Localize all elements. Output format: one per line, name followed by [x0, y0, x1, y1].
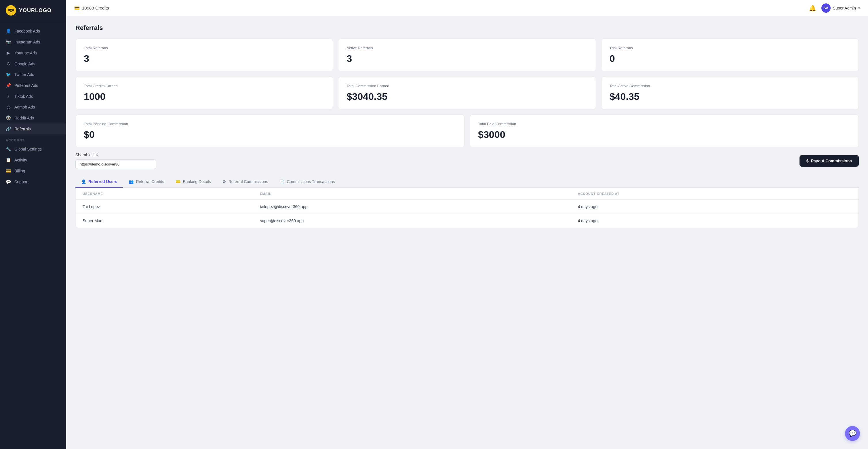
sharable-link-input[interactable]	[75, 159, 156, 169]
sidebar-item-label: Referrals	[14, 127, 31, 131]
sidebar-item-reddit-ads[interactable]: 👽 Reddit Ads	[0, 113, 66, 123]
sidebar-item-global-settings[interactable]: 🔧 Global Settings	[0, 144, 66, 155]
referred-users-table: USERNAME EMAIL ACCOUNT CREATED AT Tai Lo…	[76, 188, 859, 228]
stats-row-1: Total Referrals 3 Active Referrals 3 Tri…	[75, 38, 859, 71]
logo-text: YOURLOGO	[19, 7, 52, 13]
stat-label: Total Credits Earned	[84, 84, 324, 88]
stat-label: Trial Referrals	[610, 46, 850, 50]
sidebar-item-activity[interactable]: 📋 Activity	[0, 155, 66, 166]
sidebar-item-pinterest-ads[interactable]: 📌 Pinterest Ads	[0, 80, 66, 91]
stat-card-paid-commission: Total Paid Commission $3000	[470, 115, 859, 147]
stat-value: 3	[346, 53, 587, 64]
logo-icon: 😎	[6, 5, 16, 16]
stat-value: $0	[84, 129, 456, 140]
sidebar-item-label: Billing	[14, 169, 25, 173]
sidebar-item-facebook-ads[interactable]: 👤 Facebook Ads	[0, 26, 66, 36]
facebook-ads-icon: 👤	[6, 29, 11, 34]
link-left: Sharable link	[75, 153, 156, 169]
cell-account-created-at: 4 days ago	[571, 200, 859, 214]
cell-account-created-at: 4 days ago	[571, 214, 859, 228]
commissions-transactions-icon: 📄	[279, 179, 284, 184]
sidebar-item-referrals[interactable]: 🔗 Referrals	[0, 123, 66, 134]
chat-bubble-icon: 💬	[849, 430, 857, 437]
tab-label: Referred Users	[88, 179, 117, 184]
cell-username: Super Man	[76, 214, 253, 228]
sidebar-item-support[interactable]: 💬 Support	[0, 176, 66, 187]
tab-label: Referral Commissions	[228, 179, 268, 184]
col-header-account-created-at: ACCOUNT CREATED AT	[571, 188, 859, 200]
tab-referred-users[interactable]: 👤 Referred Users	[75, 176, 123, 188]
sidebar-item-billing[interactable]: 💳 Billing	[0, 166, 66, 176]
user-name: Super Admin	[833, 6, 856, 10]
sidebar-item-youtube-ads[interactable]: ▶ Youtube Ads	[0, 48, 66, 58]
stat-card-total-commission: Total Commission Earned $3040.35	[338, 77, 596, 109]
sidebar-item-label: Reddit Ads	[14, 116, 34, 120]
main-area: 💳 10988 Credits 🔔 SA Super Admin ▾ Refer…	[66, 0, 868, 449]
stat-value: 0	[610, 53, 850, 64]
sidebar-item-tiktok-ads[interactable]: ♪ Tiktok Ads	[0, 91, 66, 101]
billing-icon: 💳	[6, 169, 11, 174]
youtube-ads-icon: ▶	[6, 50, 11, 56]
sidebar-item-label: Google Ads	[14, 62, 35, 66]
stat-value: 3	[84, 53, 324, 64]
stat-label: Total Commission Earned	[346, 84, 587, 88]
sidebar-item-google-ads[interactable]: G Google Ads	[0, 58, 66, 69]
tab-referral-commissions[interactable]: ⚙ Referral Commissions	[217, 176, 274, 188]
header-credits: 💳 10988 Credits	[74, 5, 109, 11]
referrals-icon: 🔗	[6, 126, 11, 131]
stat-value: $40.35	[610, 91, 850, 102]
tab-banking-details[interactable]: 💳 Banking Details	[170, 176, 216, 188]
referral-commissions-icon: ⚙	[222, 179, 226, 184]
instagram-ads-icon: 📷	[6, 39, 11, 44]
sidebar-item-twitter-ads[interactable]: 🐦 Twitter Ads	[0, 69, 66, 80]
account-section-label: ACCOUNT	[0, 134, 66, 144]
stat-value: $3040.35	[346, 91, 587, 102]
col-header-email: EMAIL	[253, 188, 571, 200]
tab-label: Banking Details	[183, 179, 211, 184]
stat-card-total-credits: Total Credits Earned 1000	[75, 77, 333, 109]
chat-bubble-button[interactable]: 💬	[845, 426, 860, 441]
stat-card-total-referrals: Total Referrals 3	[75, 38, 333, 71]
referred-users-icon: 👤	[81, 179, 86, 184]
stats-row-3: Total Pending Commission $0 Total Paid C…	[75, 115, 859, 147]
stat-label: Total Referrals	[84, 46, 324, 50]
col-header-username: USERNAME	[76, 188, 253, 200]
sidebar-item-label: Tiktok Ads	[14, 94, 33, 99]
cell-email: tailopez@discover360.app	[253, 200, 571, 214]
sidebar-item-label: Facebook Ads	[14, 29, 40, 33]
tab-label: Commissions Transactions	[287, 179, 335, 184]
activity-icon: 📋	[6, 157, 11, 162]
sidebar: 😎 YOURLOGO 👤 Facebook Ads 📷 Instagram Ad…	[0, 0, 66, 449]
notification-bell-icon[interactable]: 🔔	[809, 5, 816, 11]
sidebar-item-instagram-ads[interactable]: 📷 Instagram Ads	[0, 36, 66, 48]
payout-commissions-button[interactable]: $ Payout Commissions	[800, 155, 859, 167]
tiktok-ads-icon: ♪	[6, 94, 11, 99]
sidebar-item-label: Twitter Ads	[14, 72, 34, 77]
table-row: Tai Lopez tailopez@discover360.app 4 day…	[76, 200, 859, 214]
header-right: 🔔 SA Super Admin ▾	[809, 3, 860, 13]
sidebar-item-label: Admob Ads	[14, 105, 35, 109]
credits-icon: 💳	[74, 5, 80, 11]
stat-card-pending-commission: Total Pending Commission $0	[75, 115, 465, 147]
sidebar-nav: 👤 Facebook Ads 📷 Instagram Ads ▶ Youtube…	[0, 21, 66, 449]
twitter-ads-icon: 🐦	[6, 72, 11, 77]
global-settings-icon: 🔧	[6, 147, 11, 152]
tab-commissions-transactions[interactable]: 📄 Commissions Transactions	[274, 176, 340, 188]
support-icon: 💬	[6, 179, 11, 184]
sidebar-item-admob-ads[interactable]: ◎ Admob Ads	[0, 101, 66, 113]
table-row: Super Man super@discover360.app 4 days a…	[76, 214, 859, 228]
admob-ads-icon: ◎	[6, 104, 11, 110]
tab-referral-credits[interactable]: 👥 Referral Credits	[123, 176, 170, 188]
sidebar-item-label: Activity	[14, 158, 27, 162]
tab-label: Referral Credits	[136, 179, 164, 184]
sidebar-item-label: Youtube Ads	[14, 51, 37, 55]
referred-users-table-wrapper: USERNAME EMAIL ACCOUNT CREATED AT Tai Lo…	[75, 188, 859, 228]
pinterest-ads-icon: 📌	[6, 83, 11, 88]
credits-value: 10988 Credits	[82, 5, 109, 10]
page-title: Referrals	[75, 24, 859, 32]
content-area: Referrals Total Referrals 3 Active Refer…	[66, 16, 868, 449]
sidebar-item-label: Pinterest Ads	[14, 83, 38, 88]
sidebar-item-label: Instagram Ads	[14, 40, 40, 44]
stat-label: Total Active Commission	[610, 84, 850, 88]
user-badge[interactable]: SA Super Admin ▾	[822, 3, 860, 13]
